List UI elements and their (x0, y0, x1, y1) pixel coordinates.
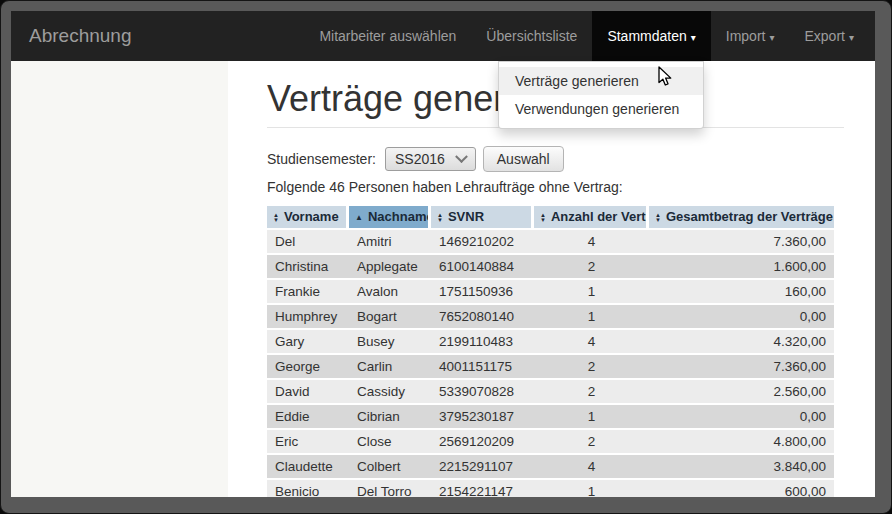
column-label: Gesamtbetrag der Verträge (666, 209, 833, 224)
cell-vorname: Frankie (267, 280, 349, 305)
cell-anzahl: 2 (534, 380, 649, 405)
cell-gesamtbetrag: 0,00 (649, 405, 834, 430)
mouse-cursor-icon (654, 65, 678, 89)
cell-nachname: Colbert (349, 455, 431, 480)
cell-gesamtbetrag: 7.360,00 (649, 355, 834, 380)
sidebar (11, 61, 228, 497)
cell-anzahl: 4 (534, 230, 649, 255)
cell-vorname: Benicio (267, 480, 349, 497)
cell-anzahl: 2 (534, 255, 649, 280)
cell-gesamtbetrag: 0,00 (649, 305, 834, 330)
cell-gesamtbetrag: 600,00 (649, 480, 834, 497)
nav-item-label: Export (805, 28, 845, 44)
cell-svnr: 3795230187 (431, 405, 534, 430)
cell-svnr: 1751150936 (431, 280, 534, 305)
nav-item-export[interactable]: Export▾ (790, 11, 870, 61)
cell-vorname: Eddie (267, 405, 349, 430)
navbar-menu: Mitarbeiter auswählenÜbersichtslisteStam… (304, 11, 875, 61)
cell-gesamtbetrag: 2.560,00 (649, 380, 834, 405)
cell-svnr: 2199110483 (431, 330, 534, 355)
cell-vorname: Claudette (267, 455, 349, 480)
table-row: DavidCassidy533907082822.560,00 (267, 380, 834, 405)
column-label: SVNR (448, 209, 484, 224)
table-header-row: ▲▼Vorname▲Nachname▲▼SVNR▲▼Anzahl der Ver… (267, 206, 834, 230)
app-window: Abrechnung Mitarbeiter auswählenÜbersich… (11, 11, 875, 497)
table-row: BenicioDel Torro21542211471600,00 (267, 480, 834, 497)
cell-vorname: Christina (267, 255, 349, 280)
cell-anzahl: 2 (534, 355, 649, 380)
auswahl-button[interactable]: Auswahl (483, 146, 564, 172)
table-row: EddieCibrian379523018710,00 (267, 405, 834, 430)
column-label: Vorname (284, 209, 339, 224)
cell-anzahl: 4 (534, 455, 649, 480)
cell-svnr: 7652080140 (431, 305, 534, 330)
cell-gesamtbetrag: 160,00 (649, 280, 834, 305)
contracts-table: ▲▼Vorname▲Nachname▲▼SVNR▲▼Anzahl der Ver… (267, 206, 834, 497)
column-header-nachname[interactable]: ▲Nachname (349, 206, 431, 230)
cell-gesamtbetrag: 4.320,00 (649, 330, 834, 355)
cell-svnr: 5339070828 (431, 380, 534, 405)
nav-item-mitarbeiter-auswaehlen[interactable]: Mitarbeiter auswählen (304, 11, 471, 61)
body-row: Verträge generieren Studiensemester: SS2… (11, 61, 875, 497)
cell-svnr: 2215291107 (431, 455, 534, 480)
navbar-brand[interactable]: Abrechnung (11, 11, 146, 61)
nav-item-label: Stammdaten (607, 28, 686, 44)
cell-anzahl: 4 (534, 330, 649, 355)
window-frame: Abrechnung Mitarbeiter auswählenÜbersich… (0, 0, 892, 514)
sort-both-icon: ▲▼ (540, 213, 546, 223)
table-row: FrankieAvalon17511509361160,00 (267, 280, 834, 305)
cell-nachname: Bogart (349, 305, 431, 330)
chevron-down-icon (455, 150, 468, 163)
table-row: ChristinaApplegate610014088421.600,00 (267, 255, 834, 280)
semester-select-value: SS2016 (395, 151, 445, 167)
cell-svnr: 1469210202 (431, 230, 534, 255)
sort-both-icon: ▲▼ (273, 213, 279, 223)
cell-nachname: Busey (349, 330, 431, 355)
nav-item-label: Import (726, 28, 766, 44)
table-row: GaryBusey219911048344.320,00 (267, 330, 834, 355)
table-row: HumphreyBogart765208014010,00 (267, 305, 834, 330)
semester-controls: Studiensemester: SS2016 Auswahl (267, 146, 844, 172)
cell-gesamtbetrag: 3.840,00 (649, 455, 834, 480)
cell-vorname: Gary (267, 330, 349, 355)
navbar: Abrechnung Mitarbeiter auswählenÜbersich… (11, 11, 875, 61)
caret-down-icon: ▾ (849, 32, 854, 43)
nav-item-import[interactable]: Import▾ (711, 11, 790, 61)
cell-svnr: 6100140884 (431, 255, 534, 280)
cell-svnr: 4001151175 (431, 355, 534, 380)
cell-nachname: Close (349, 430, 431, 455)
cell-vorname: Eric (267, 430, 349, 455)
nav-item-label: Mitarbeiter auswählen (319, 28, 456, 44)
dropdown-item-verwendungen-generieren[interactable]: Verwendungen generieren (499, 95, 703, 123)
cell-anzahl: 1 (534, 405, 649, 430)
sort-both-icon: ▲▼ (437, 213, 443, 223)
cell-vorname: George (267, 355, 349, 380)
cell-nachname: Cassidy (349, 380, 431, 405)
cell-nachname: Cibrian (349, 405, 431, 430)
column-header-svnr[interactable]: ▲▼SVNR (431, 206, 534, 230)
cell-nachname: Carlin (349, 355, 431, 380)
cell-anzahl: 1 (534, 280, 649, 305)
cell-vorname: David (267, 380, 349, 405)
nav-item-uebersichtsliste[interactable]: Übersichtsliste (471, 11, 592, 61)
semester-select[interactable]: SS2016 (385, 147, 476, 171)
column-label: Anzahl der Verträge (551, 209, 649, 224)
caret-down-icon: ▾ (769, 32, 774, 43)
semester-label: Studiensemester: (267, 151, 376, 167)
cell-anzahl: 1 (534, 305, 649, 330)
cell-nachname: Amitri (349, 230, 431, 255)
cell-gesamtbetrag: 1.600,00 (649, 255, 834, 280)
cell-svnr: 2154221147 (431, 480, 534, 497)
column-header-vorname[interactable]: ▲▼Vorname (267, 206, 349, 230)
table-body: DelAmitri146921020247.360,00ChristinaApp… (267, 230, 834, 497)
column-header-anzahl[interactable]: ▲▼Anzahl der Verträge (534, 206, 649, 230)
table-row: DelAmitri146921020247.360,00 (267, 230, 834, 255)
cell-gesamtbetrag: 7.360,00 (649, 230, 834, 255)
caret-down-icon: ▾ (691, 32, 696, 43)
nav-item-stammdaten[interactable]: Stammdaten▾ (592, 11, 710, 61)
column-header-gesamtbetrag[interactable]: ▲▼Gesamtbetrag der Verträge (649, 206, 834, 230)
cell-nachname: Avalon (349, 280, 431, 305)
sort-ascending-icon: ▲ (355, 213, 363, 223)
cell-vorname: Del (267, 230, 349, 255)
info-text: Folgende 46 Personen haben Lehraufträge … (267, 179, 844, 195)
